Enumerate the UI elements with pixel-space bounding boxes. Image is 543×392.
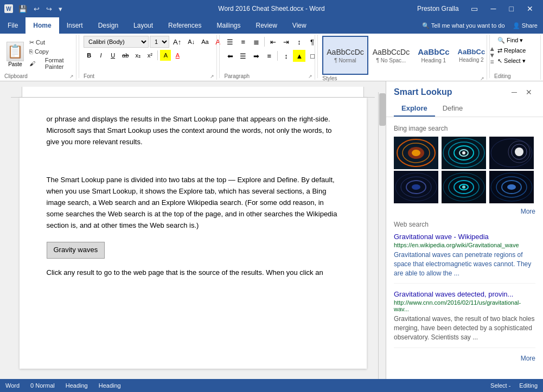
- style-normal[interactable]: AaBbCcDc ¶ Normal: [322, 36, 368, 75]
- title-bar-left: W 💾 ↩ ↪ ▾: [4, 4, 65, 14]
- font-expand-button[interactable]: ↗: [210, 74, 214, 79]
- result-1-title[interactable]: Gravitational wave - Wikipedia: [394, 233, 535, 241]
- tab-file[interactable]: File: [0, 17, 25, 34]
- underline-button[interactable]: U: [107, 50, 118, 61]
- status-word-count: Word: [5, 382, 20, 389]
- selected-term-box[interactable]: Gravity waves: [47, 242, 105, 259]
- style-heading2[interactable]: AaBbCc Heading 2: [454, 36, 489, 75]
- clipboard-expand-button[interactable]: ↗: [69, 74, 74, 79]
- tab-explore[interactable]: Explore: [394, 101, 435, 117]
- search-result-1[interactable]: Gravitational wave - Wikipedia https://e…: [394, 233, 535, 284]
- bold-button[interactable]: B: [84, 50, 94, 61]
- align-center-button[interactable]: ☰: [237, 50, 249, 62]
- save-button[interactable]: 💾: [16, 4, 29, 14]
- styles-expand-button[interactable]: ↗: [480, 76, 484, 81]
- bing-more-link[interactable]: More: [394, 208, 535, 215]
- svg-point-26: [462, 185, 465, 189]
- tell-me-input[interactable]: 🔍 Tell me what you want to do: [422, 22, 505, 29]
- copy-button[interactable]: ⎘ Copy: [27, 48, 74, 55]
- change-case-button[interactable]: Aa: [199, 36, 211, 47]
- style-no-spacing[interactable]: AaBbCcDc ¶ No Spac...: [369, 36, 413, 75]
- smart-lookup-close-button[interactable]: ✕: [522, 87, 535, 98]
- paragraph-expand-button[interactable]: ↗: [308, 74, 312, 79]
- image-cell-6[interactable]: [489, 171, 534, 203]
- subscript-button[interactable]: x₂: [132, 50, 143, 61]
- tab-home[interactable]: Home: [25, 17, 59, 34]
- shading-button[interactable]: ▲: [293, 50, 305, 62]
- qa-dropdown-button[interactable]: ▾: [56, 4, 65, 14]
- styles-group: AaBbCcDc ¶ Normal AaBbCcDc ¶ No Spac... …: [320, 35, 487, 80]
- align-right-button[interactable]: ➡: [250, 50, 262, 62]
- font-family-select[interactable]: Calibri (Body): [84, 36, 149, 48]
- search-result-2[interactable]: Gravitational waves detected, provin... …: [394, 290, 535, 348]
- result-1-desc: Gravitational waves can penetrate region…: [394, 250, 535, 278]
- multilevel-list-button[interactable]: ≣: [250, 36, 262, 48]
- italic-button[interactable]: I: [95, 50, 106, 61]
- status-bar: Word 0 Normal Heading Heading Select - E…: [0, 379, 543, 392]
- tab-review[interactable]: Review: [248, 17, 284, 34]
- editing-group: 🔍 Find ▾ ⇄ Replace ↖ Select ▾ Editing: [492, 35, 541, 80]
- select-button[interactable]: ↖ Select ▾: [494, 56, 529, 66]
- increase-font-button[interactable]: A↑: [170, 36, 184, 47]
- borders-button[interactable]: □: [306, 50, 318, 62]
- tab-insert[interactable]: Insert: [59, 17, 91, 34]
- scroll-thumb[interactable]: [379, 93, 386, 126]
- tab-mailings[interactable]: Mailings: [209, 17, 248, 34]
- increase-indent-button[interactable]: ⇥: [280, 36, 292, 48]
- line-spacing-button[interactable]: ↕: [280, 50, 292, 62]
- editing-label: Editing: [494, 73, 511, 79]
- tab-design[interactable]: Design: [91, 17, 126, 34]
- tab-references[interactable]: References: [161, 17, 209, 34]
- style-heading1[interactable]: AaBbCc Heading 1: [414, 36, 453, 75]
- minimize-button[interactable]: ─: [485, 2, 502, 15]
- close-button[interactable]: ✕: [521, 2, 539, 15]
- result-2-title[interactable]: Gravitational waves detected, provin...: [394, 290, 535, 298]
- image-cell-5[interactable]: [442, 171, 486, 203]
- smart-lookup-collapse-button[interactable]: ─: [508, 87, 520, 98]
- show-formatting-button[interactable]: ¶: [306, 36, 318, 48]
- document-area[interactable]: or phrase and displays the results in th…: [0, 81, 386, 379]
- smart-lookup-content[interactable]: Bing image search: [386, 117, 543, 379]
- smart-lookup-title: Smart Lookup: [394, 87, 452, 97]
- find-button[interactable]: 🔍 Find ▾: [494, 36, 527, 45]
- image-cell-4[interactable]: [394, 171, 438, 203]
- image-cell-3[interactable]: [489, 137, 534, 169]
- ruler: [11, 87, 375, 98]
- replace-button[interactable]: ⇄ Replace: [494, 46, 529, 55]
- tab-layout[interactable]: Layout: [126, 17, 161, 34]
- paste-button[interactable]: 📋 Paste: [4, 40, 26, 69]
- status-heading: Heading: [66, 382, 88, 389]
- ribbon-toggle-button[interactable]: ▭: [465, 2, 483, 15]
- title-bar-right: Preston Gralla ▭ ─ □ ✕: [417, 2, 539, 15]
- text-highlight-button[interactable]: A: [160, 50, 171, 61]
- title-bar: W 💾 ↩ ↪ ▾ Word 2016 Cheat Sheet.docx - W…: [0, 0, 543, 17]
- cut-button[interactable]: ✂ Cut: [27, 38, 74, 47]
- tab-define[interactable]: Define: [435, 101, 471, 117]
- font-color-button[interactable]: A: [172, 50, 183, 61]
- image-cell-2[interactable]: [442, 137, 486, 169]
- image-grid: [394, 137, 535, 203]
- sort-button[interactable]: ↕: [293, 36, 305, 48]
- numbering-button[interactable]: ≡: [237, 36, 249, 48]
- superscript-button[interactable]: x²: [144, 50, 155, 61]
- svg-point-10: [462, 151, 465, 155]
- format-painter-button[interactable]: 🖌 Format Painter: [27, 56, 74, 70]
- share-button[interactable]: 👤 Share: [513, 22, 538, 29]
- tab-view[interactable]: View: [285, 17, 314, 34]
- decrease-font-button[interactable]: A↓: [185, 36, 197, 47]
- vertical-scrollbar[interactable]: [378, 92, 386, 379]
- redo-button[interactable]: ↪: [44, 4, 54, 14]
- maximize-button[interactable]: □: [504, 2, 519, 15]
- web-more-link[interactable]: More: [394, 355, 535, 362]
- bullets-button[interactable]: ☰: [224, 36, 236, 48]
- font-size-select[interactable]: 11: [150, 36, 169, 48]
- image-cell-1[interactable]: [394, 137, 438, 169]
- justify-button[interactable]: ≡: [263, 50, 275, 62]
- word-icon: W: [4, 4, 13, 13]
- strikethrough-button[interactable]: ab: [119, 50, 131, 61]
- result-1-url: https://en.wikipedia.org/wiki/Gravitatio…: [394, 242, 535, 248]
- smart-lookup-tabs: Explore Define: [386, 101, 543, 117]
- undo-button[interactable]: ↩: [31, 4, 42, 14]
- decrease-indent-button[interactable]: ⇤: [267, 36, 279, 48]
- align-left-button[interactable]: ⬅: [224, 50, 236, 62]
